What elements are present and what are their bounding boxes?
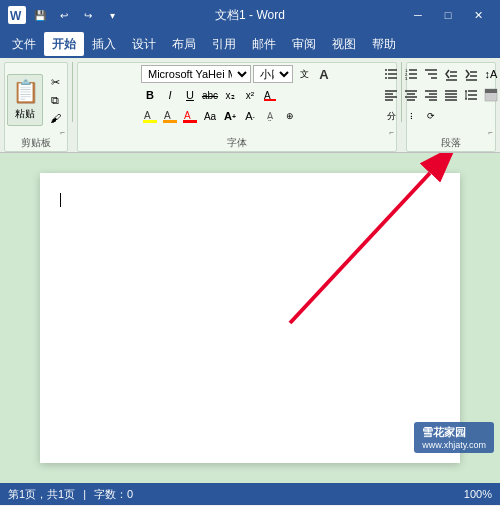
decrease-indent-button[interactable]: [442, 65, 460, 83]
separator1: [72, 62, 73, 122]
svg-rect-51: [485, 89, 497, 93]
redo-button[interactable]: ↪: [78, 5, 98, 25]
text-cursor: [60, 193, 61, 207]
clipboard-expand[interactable]: ⌐: [60, 128, 65, 137]
align-left-button[interactable]: [382, 86, 400, 104]
menu-design[interactable]: 设计: [124, 32, 164, 56]
paste-button[interactable]: 📋 粘贴: [7, 74, 43, 126]
phonetic-btn[interactable]: A̤: [261, 107, 279, 125]
enclose-btn[interactable]: ⊕: [281, 107, 299, 125]
para-expand[interactable]: ⌐: [488, 128, 493, 137]
cut-button[interactable]: ✂: [45, 74, 65, 90]
font-name-select[interactable]: Microsoft YaHei Mono: [141, 65, 251, 83]
title-bar: W 💾 ↩ ↪ ▾ 文档1 - Word ─ □ ✕: [0, 0, 500, 30]
strikethrough-button[interactable]: abc: [201, 86, 219, 104]
ribbon: 📋 粘贴 ✂ ⧉ 🖌 剪贴板 ⌐ Microsoft YaHei Mono: [0, 58, 500, 153]
restore-button[interactable]: □: [434, 5, 462, 25]
font-size-decrease[interactable]: A-: [241, 107, 259, 125]
svg-point-15: [385, 77, 387, 79]
line-spacing-button[interactable]: [462, 86, 480, 104]
title-bar-left: W 💾 ↩ ↪ ▾: [8, 5, 129, 25]
menu-layout[interactable]: 布局: [164, 32, 204, 56]
document-area: 雪花家园 www.xhjaty.com: [0, 153, 500, 483]
underline-button[interactable]: U: [181, 86, 199, 104]
font-row1: Microsoft YaHei Mono 小四 文 A: [141, 65, 333, 83]
window-controls: ─ □ ✕: [371, 5, 492, 25]
paragraph-group: 1.2.3. ↕A ¶: [406, 62, 496, 152]
menu-bar: 文件 开始 插入 设计 布局 引用 邮件 审阅 视图 帮助: [0, 30, 500, 58]
menu-help[interactable]: 帮助: [364, 32, 404, 56]
font-row3: A A A Aa A+ A- A̤ ⊕: [141, 107, 299, 125]
align-center-button[interactable]: [402, 86, 420, 104]
clear-format-button[interactable]: A: [261, 86, 279, 104]
word-icon: W: [8, 6, 26, 24]
undo-button[interactable]: ↩: [54, 5, 74, 25]
font-group: Microsoft YaHei Mono 小四 文 A B I U abc x₂…: [77, 62, 397, 152]
separator-dot: |: [83, 488, 86, 500]
watermark-text: 雪花家园: [422, 425, 486, 440]
svg-text:W: W: [10, 9, 22, 23]
menu-view[interactable]: 视图: [324, 32, 364, 56]
svg-rect-9: [183, 120, 197, 123]
copy-button[interactable]: ⧉: [45, 92, 65, 108]
numbering-button[interactable]: 1.2.3.: [402, 65, 420, 83]
bullets-button[interactable]: [382, 65, 400, 83]
increase-indent-button[interactable]: [462, 65, 480, 83]
case-button[interactable]: Aa: [201, 107, 219, 125]
svg-text:A: A: [184, 110, 191, 121]
text-direction-btn[interactable]: ⟳: [422, 107, 440, 125]
menu-home[interactable]: 开始: [44, 32, 84, 56]
paste-label: 粘贴: [15, 107, 35, 121]
wen-icon-btn[interactable]: 文: [295, 65, 313, 83]
italic-button[interactable]: I: [161, 86, 179, 104]
text-color-button[interactable]: A: [181, 107, 199, 125]
para-row2: [382, 86, 500, 104]
subscript-button[interactable]: x₂: [221, 86, 239, 104]
page-count: 第1页，共1页: [8, 487, 75, 502]
align-right-button[interactable]: [422, 86, 440, 104]
font-size-select[interactable]: 小四: [253, 65, 293, 83]
font-label: 字体: [78, 136, 396, 150]
menu-insert[interactable]: 插入: [84, 32, 124, 56]
columns-btn[interactable]: ⫶: [402, 107, 420, 125]
save-button[interactable]: 💾: [30, 5, 50, 25]
status-bar: 第1页，共1页 | 字数：0 100%: [0, 483, 500, 505]
font-size-increase[interactable]: A+: [221, 107, 239, 125]
svg-text:A: A: [144, 110, 151, 121]
word-count: 字数：0: [94, 487, 133, 502]
font-row2: B I U abc x₂ x² A: [141, 86, 279, 104]
justify-button[interactable]: [442, 86, 460, 104]
bold-button[interactable]: B: [141, 86, 159, 104]
font-color-button[interactable]: A: [141, 107, 159, 125]
watermark-url: www.xhjaty.com: [422, 440, 486, 450]
watermark: 雪花家园 www.xhjaty.com: [414, 422, 494, 453]
superscript-button[interactable]: x²: [241, 86, 259, 104]
ribbon-groups: 📋 粘贴 ✂ ⧉ 🖌 剪贴板 ⌐ Microsoft YaHei Mono: [4, 62, 496, 152]
a-grow-btn[interactable]: A: [315, 65, 333, 83]
svg-text:A: A: [164, 110, 171, 121]
para-label: 段落: [407, 136, 495, 150]
zoom-level: 100%: [464, 488, 492, 500]
close-button[interactable]: ✕: [464, 5, 492, 25]
sort-button[interactable]: ↕A: [482, 65, 500, 83]
menu-file[interactable]: 文件: [4, 32, 44, 56]
clipboard-label: 剪贴板: [5, 136, 67, 150]
para-row3: 分 ⫶ ⟳: [382, 107, 440, 125]
menu-mail[interactable]: 邮件: [244, 32, 284, 56]
svg-point-14: [385, 73, 387, 75]
chinese-layout-btn[interactable]: 分: [382, 107, 400, 125]
multilevel-list-button[interactable]: [422, 65, 440, 83]
menu-references[interactable]: 引用: [204, 32, 244, 56]
minimize-button[interactable]: ─: [404, 5, 432, 25]
menu-review[interactable]: 审阅: [284, 32, 324, 56]
shading-button[interactable]: [482, 86, 500, 104]
clipboard-group: 📋 粘贴 ✂ ⧉ 🖌 剪贴板 ⌐: [4, 62, 68, 152]
document-page[interactable]: [40, 173, 460, 463]
svg-rect-5: [143, 120, 157, 123]
window-title: 文档1 - Word: [129, 7, 371, 24]
highlight-button[interactable]: A: [161, 107, 179, 125]
customize-quick-access-button[interactable]: ▾: [102, 5, 122, 25]
svg-point-13: [385, 69, 387, 71]
format-painter-button[interactable]: 🖌: [45, 110, 65, 126]
svg-rect-7: [163, 120, 177, 123]
